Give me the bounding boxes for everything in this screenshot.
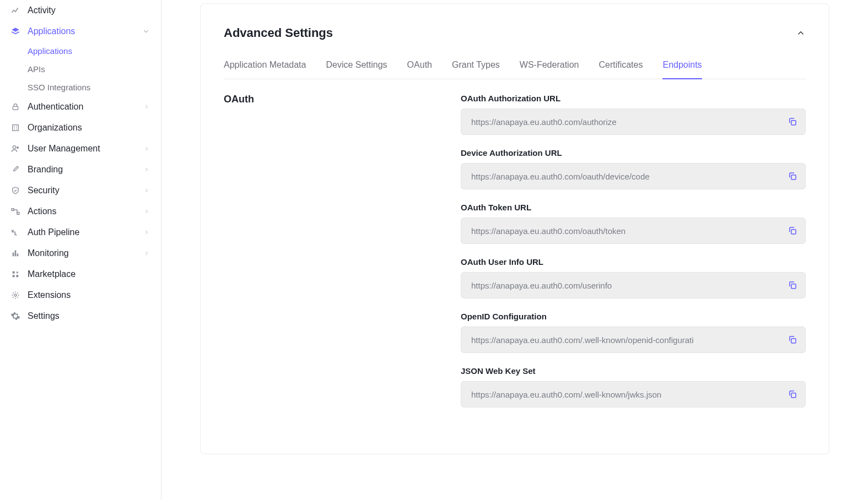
- field-oauth-authorization-url: OAuth Authorization URL https://anapaya.…: [461, 94, 806, 135]
- svg-rect-15: [791, 230, 796, 234]
- copy-button[interactable]: [785, 115, 800, 129]
- copy-icon: [788, 280, 797, 290]
- tab-grant-types[interactable]: Grant Types: [452, 60, 500, 79]
- chevron-right-icon: [143, 250, 150, 257]
- svg-point-3: [17, 147, 19, 149]
- sidebar-item-branding[interactable]: Branding: [0, 159, 161, 180]
- field-value[interactable]: https://anapaya.eu.auth0.com/.well-known…: [471, 390, 785, 399]
- collapse-button[interactable]: [796, 28, 806, 38]
- chevron-right-icon: [143, 104, 150, 110]
- sidebar-item-label: Activity: [28, 6, 150, 15]
- field-input-wrap: https://anapaya.eu.auth0.com/.well-known…: [461, 327, 806, 353]
- tab-endpoints[interactable]: Endpoints: [662, 60, 702, 79]
- field-value[interactable]: https://anapaya.eu.auth0.com/oauth/devic…: [471, 172, 785, 181]
- sidebar-item-label: Settings: [28, 311, 150, 321]
- field-label: OAuth Authorization URL: [461, 94, 806, 103]
- field-device-authorization-url: Device Authorization URL https://anapaya…: [461, 148, 806, 189]
- sidebar-item-user-management[interactable]: User Management: [0, 138, 161, 159]
- sidebar-item-label: Branding: [28, 165, 143, 175]
- svg-rect-7: [15, 251, 17, 257]
- layers-icon: [10, 26, 21, 37]
- sidebar-item-label: Monitoring: [28, 248, 143, 258]
- svg-rect-6: [13, 253, 14, 257]
- svg-rect-18: [791, 393, 796, 398]
- tab-certificates[interactable]: Certificates: [599, 60, 643, 79]
- copy-button[interactable]: [785, 387, 800, 401]
- field-value[interactable]: https://anapaya.eu.auth0.com/authorize: [471, 117, 785, 127]
- field-openid-configuration: OpenID Configuration https://anapaya.eu.…: [461, 312, 806, 353]
- sidebar-item-organizations[interactable]: Organizations: [0, 117, 161, 138]
- shield-icon: [10, 185, 21, 196]
- chevron-right-icon: [143, 229, 150, 236]
- lock-icon: [10, 101, 21, 112]
- sidebar-item-label: Security: [28, 186, 143, 195]
- field-value[interactable]: https://anapaya.eu.auth0.com/.well-known…: [471, 335, 785, 345]
- chart-icon: [10, 5, 21, 16]
- field-oauth-user-info-url: OAuth User Info URL https://anapaya.eu.a…: [461, 257, 806, 298]
- sidebar-item-actions[interactable]: Actions: [0, 201, 161, 222]
- sidebar-item-label: Actions: [28, 206, 143, 216]
- copy-button[interactable]: [785, 333, 800, 347]
- sidebar: Activity Applications Applications APIs …: [0, 0, 161, 500]
- svg-point-12: [14, 294, 17, 296]
- copy-button[interactable]: [785, 278, 800, 292]
- field-oauth-token-url: OAuth Token URL https://anapaya.eu.auth0…: [461, 203, 806, 244]
- tab-oauth[interactable]: OAuth: [407, 60, 432, 79]
- svg-rect-0: [13, 106, 18, 110]
- sidebar-item-applications[interactable]: Applications: [0, 21, 161, 42]
- field-input-wrap: https://anapaya.eu.auth0.com/authorize: [461, 108, 806, 135]
- copy-icon: [788, 226, 797, 236]
- sidebar-item-authentication[interactable]: Authentication: [0, 96, 161, 117]
- sidebar-subitem-sso-integrations[interactable]: SSO Integrations: [28, 78, 161, 96]
- sidebar-item-extensions[interactable]: Extensions: [0, 285, 161, 306]
- sidebar-subitem-applications[interactable]: Applications: [28, 42, 161, 60]
- field-input-wrap: https://anapaya.eu.auth0.com/.well-known…: [461, 381, 806, 407]
- sidebar-item-auth-pipeline[interactable]: Auth Pipeline: [0, 222, 161, 243]
- sidebar-item-label: Marketplace: [28, 269, 150, 279]
- field-input-wrap: https://anapaya.eu.auth0.com/oauth/devic…: [461, 163, 806, 189]
- svg-rect-9: [13, 271, 15, 274]
- tabs: Application Metadata Device Settings OAu…: [224, 60, 806, 79]
- sidebar-item-label: Authentication: [28, 102, 143, 112]
- svg-rect-13: [791, 121, 796, 125]
- section-title: OAuth: [224, 94, 461, 105]
- bars-icon: [10, 248, 21, 259]
- sidebar-item-label: Extensions: [28, 290, 150, 300]
- field-input-wrap: https://anapaya.eu.auth0.com/userinfo: [461, 272, 806, 298]
- chevron-right-icon: [143, 145, 150, 152]
- sidebar-item-monitoring[interactable]: Monitoring: [0, 243, 161, 264]
- sidebar-submenu-applications: Applications APIs SSO Integrations: [0, 42, 161, 96]
- copy-icon: [788, 335, 797, 345]
- field-label: OpenID Configuration: [461, 312, 806, 321]
- sidebar-subitem-apis[interactable]: APIs: [28, 60, 161, 78]
- field-value[interactable]: https://anapaya.eu.auth0.com/oauth/token: [471, 226, 785, 236]
- user-icon: [10, 143, 21, 154]
- svg-rect-10: [13, 275, 15, 277]
- copy-icon: [788, 171, 797, 181]
- svg-point-2: [13, 146, 15, 149]
- extensions-icon: [10, 290, 21, 301]
- svg-rect-11: [16, 275, 18, 277]
- svg-rect-17: [791, 339, 796, 343]
- section-right: OAuth Authorization URL https://anapaya.…: [461, 94, 806, 421]
- field-value[interactable]: https://anapaya.eu.auth0.com/userinfo: [471, 281, 785, 290]
- copy-button[interactable]: [785, 169, 800, 183]
- flow-icon: [10, 206, 21, 217]
- tab-ws-federation[interactable]: WS-Federation: [520, 60, 579, 79]
- field-label: OAuth Token URL: [461, 203, 806, 212]
- svg-rect-16: [791, 284, 796, 289]
- sidebar-item-label: Applications: [28, 26, 142, 36]
- svg-rect-8: [17, 254, 19, 257]
- sidebar-item-activity[interactable]: Activity: [0, 0, 161, 21]
- section-left: OAuth: [224, 94, 461, 421]
- sidebar-item-marketplace[interactable]: Marketplace: [0, 264, 161, 285]
- tab-device-settings[interactable]: Device Settings: [326, 60, 387, 79]
- sidebar-item-security[interactable]: Security: [0, 180, 161, 201]
- copy-icon: [788, 389, 797, 399]
- field-input-wrap: https://anapaya.eu.auth0.com/oauth/token: [461, 218, 806, 244]
- copy-button[interactable]: [785, 224, 800, 238]
- svg-rect-14: [791, 175, 796, 180]
- tab-application-metadata[interactable]: Application Metadata: [224, 60, 306, 79]
- sidebar-item-settings[interactable]: Settings: [0, 306, 161, 327]
- field-label: Device Authorization URL: [461, 148, 806, 157]
